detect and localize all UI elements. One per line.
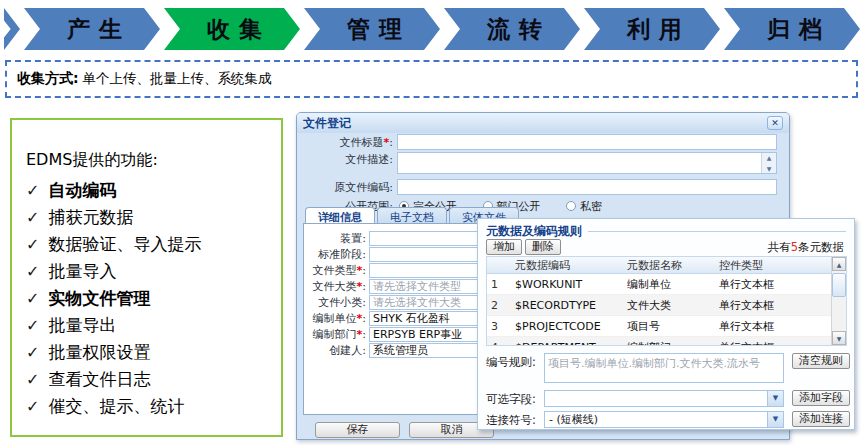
metadata-count: 共有5条元数据 <box>768 240 844 255</box>
feature-item: ✓实物文件管理 <box>26 285 281 312</box>
col-metadata-code: 元数据编码 <box>511 258 623 273</box>
feature-item: ✓催交、提示、统计 <box>26 393 281 420</box>
dialog-button-bar: 保存 取消 <box>315 422 494 438</box>
flow-step-use: 利用 <box>584 8 720 50</box>
description-input[interactable] <box>398 153 761 173</box>
scroll-up-icon[interactable]: ▲ <box>767 154 772 161</box>
scroll-down-icon[interactable]: ▼ <box>832 331 846 345</box>
clear-rule-button[interactable]: 清空规则 <box>792 353 850 369</box>
compile-department-label: 编制部门*: <box>304 327 366 342</box>
check-icon: ✓ <box>26 343 39 362</box>
file-type-label: 文件类型*: <box>304 263 366 278</box>
title-input[interactable] <box>397 134 777 150</box>
check-icon: ✓ <box>26 181 39 200</box>
scroll-down-icon[interactable]: ▼ <box>767 165 772 172</box>
check-icon: ✓ <box>26 316 39 335</box>
table-row[interactable]: 1$WORKUNIT编制单位单行文本框 <box>487 274 846 295</box>
flow-step-collect: 收集 <box>164 8 300 50</box>
table-row[interactable]: 4$DEPARTMENT编制部门单行文本框 <box>487 337 846 346</box>
flow-start-fragment <box>4 8 20 50</box>
feature-item: ✓批量导出 <box>26 312 281 339</box>
check-icon: ✓ <box>26 208 39 227</box>
check-icon: ✓ <box>26 262 39 281</box>
metadata-table-header: 元数据编码 元数据名称 控件类型 <box>487 257 846 274</box>
field-row-title: 文件标题*: <box>301 134 777 150</box>
process-flow: 产生 收集 管理 流转 利用 归档 <box>4 8 860 50</box>
file-subcategory-label: 文件小类: <box>304 295 366 310</box>
numbering-rule-row: 编号规则: 清空规则 <box>486 353 853 383</box>
metadata-toolbar: 增加 删除 共有5条元数据 <box>486 239 844 255</box>
collect-method-text: 单个上传、批量上传、系统集成 <box>83 70 272 88</box>
table-scrollbar[interactable]: ▲ ▼ <box>831 257 846 345</box>
file-category-label: 文件大类*: <box>304 279 366 294</box>
device-label: 装置: <box>304 231 366 246</box>
check-icon: ✓ <box>26 235 39 254</box>
features-title: EDMS提供的功能: <box>26 150 281 171</box>
optional-field-select[interactable]: ▼ <box>544 390 784 407</box>
feature-item: ✓捕获元数据 <box>26 204 281 231</box>
metadata-panel-title: 元数据及编码规则 <box>486 223 582 240</box>
metadata-rules-panel: 元数据及编码规则 增加 删除 共有5条元数据 元数据编码 元数据名称 控件类型 … <box>477 218 855 430</box>
feature-item: ✓批量导入 <box>26 258 281 285</box>
add-field-button[interactable]: 添加字段 <box>792 390 850 406</box>
tab-electronic-doc[interactable]: 电子文档 <box>377 207 447 224</box>
page: 产生 收集 管理 流转 利用 归档 收集方式: 单个上传、批量上传、系统集成 E… <box>0 0 866 445</box>
field-row-description: 文件描述: ▲ ▼ <box>301 152 777 174</box>
field-row-original-code: 原文件编码: <box>301 179 777 195</box>
scroll-up-icon[interactable]: ▲ <box>832 257 846 271</box>
feature-item: ✓批量权限设置 <box>26 339 281 366</box>
optional-field-label: 可选字段: <box>486 390 544 407</box>
optional-field-row: 可选字段: ▼ 添加字段 <box>486 390 853 407</box>
feature-item: ✓查看文件日志 <box>26 366 281 393</box>
col-control-type: 控件类型 <box>715 258 813 273</box>
add-metadata-button[interactable]: 增加 <box>486 239 522 255</box>
connector-row: 连接符号: - (短横线) ▼ 添加连接 <box>486 411 853 428</box>
standard-phase-label: 标准阶段: <box>304 247 366 262</box>
metadata-table: 元数据编码 元数据名称 控件类型 1$WORKUNIT编制单位单行文本框 2$R… <box>486 256 847 346</box>
creator-label: 创建人: <box>304 343 366 358</box>
features-box: EDMS提供的功能: ✓自动编码 ✓捕获元数据 ✓数据验证、导入提示 ✓批量导入… <box>10 118 283 437</box>
dialog-title: 文件登记 <box>303 115 351 132</box>
textarea-scrollbar[interactable]: ▲ ▼ <box>761 153 776 173</box>
check-icon: ✓ <box>26 397 39 416</box>
radio-private[interactable]: 私密 <box>566 200 602 213</box>
flow-step-archive: 归档 <box>724 8 860 50</box>
scrollbar-thumb[interactable] <box>832 273 846 297</box>
radio-icon <box>566 201 576 211</box>
table-row[interactable]: 2$RECORDTYPE文件大类单行文本框 <box>487 295 846 316</box>
collect-method-label: 收集方式: <box>17 70 79 88</box>
original-code-label: 原文件编码: <box>301 180 393 195</box>
check-icon: ✓ <box>26 289 39 308</box>
flow-step-circulate: 流转 <box>444 8 580 50</box>
dialog-titlebar: 文件登记 ✕ <box>297 113 789 133</box>
chevron-down-icon[interactable]: ▼ <box>767 391 783 406</box>
connector-select[interactable]: - (短横线) ▼ <box>544 411 784 428</box>
flow-step-generate: 产生 <box>24 8 160 50</box>
add-connector-button[interactable]: 添加连接 <box>792 411 850 427</box>
feature-item: ✓自动编码 <box>26 177 281 204</box>
title-label: 文件标题*: <box>301 135 393 150</box>
divider <box>588 231 846 232</box>
features-list: ✓自动编码 ✓捕获元数据 ✓数据验证、导入提示 ✓批量导入 ✓实物文件管理 ✓批… <box>26 177 281 420</box>
connector-label: 连接符号: <box>486 411 544 428</box>
chevron-down-icon[interactable]: ▼ <box>767 412 783 427</box>
compile-unit-label: 编制单位*: <box>304 311 366 326</box>
save-button[interactable]: 保存 <box>315 422 400 438</box>
delete-metadata-button[interactable]: 删除 <box>525 239 561 255</box>
metadata-panel-header: 元数据及编码规则 <box>486 223 846 240</box>
close-icon[interactable]: ✕ <box>767 116 783 130</box>
table-row[interactable]: 3$PROJECTCODE项目号单行文本框 <box>487 316 846 337</box>
numbering-rule-label: 编号规则: <box>486 353 544 383</box>
description-label: 文件描述: <box>301 152 393 167</box>
numbering-rule-input[interactable] <box>548 356 780 380</box>
tab-detail-info[interactable]: 详细信息 <box>305 207 375 224</box>
check-icon: ✓ <box>26 370 39 389</box>
flow-step-manage: 管理 <box>304 8 440 50</box>
feature-item: ✓数据验证、导入提示 <box>26 231 281 258</box>
col-metadata-name: 元数据名称 <box>623 258 715 273</box>
original-code-input[interactable] <box>397 179 777 195</box>
collect-method-box: 收集方式: 单个上传、批量上传、系统集成 <box>5 60 858 98</box>
